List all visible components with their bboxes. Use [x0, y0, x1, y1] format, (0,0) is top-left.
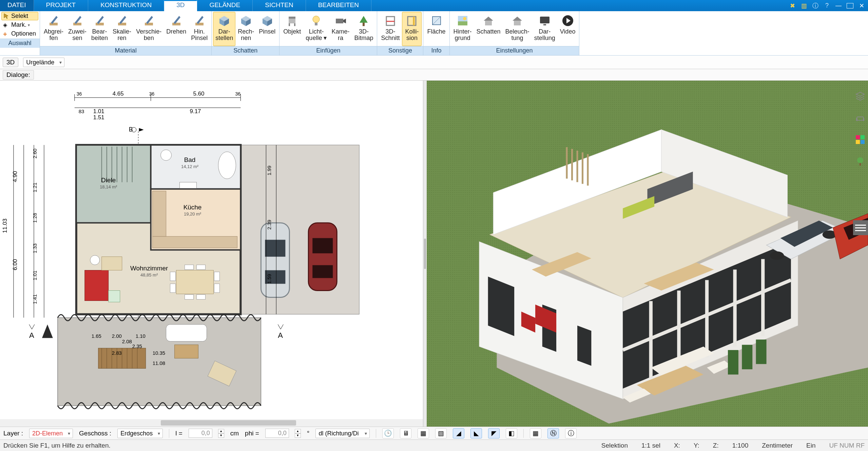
- tools-icon[interactable]: ✖: [788, 1, 797, 10]
- snap-c-icon[interactable]: ◤: [488, 428, 500, 438]
- mark-tool[interactable]: ◈ Mark. ▾: [1, 21, 38, 29]
- material-zuwei-button[interactable]: Zuwei- sen: [66, 12, 89, 46]
- car-red-icon: [308, 223, 337, 291]
- layer-dropdown[interactable]: 2D-Elemen: [29, 429, 73, 438]
- ribbon-group-label: Einstellungen: [450, 46, 579, 55]
- chair-icon: [285, 14, 299, 28]
- help-icon[interactable]: ?: [823, 1, 831, 10]
- horizontal-scrollbar[interactable]: [0, 419, 423, 427]
- material-drehen-button[interactable]: Drehen: [164, 12, 189, 46]
- length-up[interactable]: ▲: [218, 429, 224, 433]
- ribbon-btn-label: Kolli- sion: [405, 28, 419, 41]
- einstellungen-beleuch-button[interactable]: Beleuch- tung: [503, 12, 532, 46]
- tree-icon: [356, 14, 371, 28]
- ribbon-group-label: Sonstige: [377, 46, 423, 55]
- info-flche-button[interactable]: Fläche: [425, 12, 448, 46]
- cube-calc-icon: [239, 14, 253, 28]
- status-selection: Selektion: [601, 442, 628, 449]
- einstellungen-video-button[interactable]: Video: [558, 12, 578, 46]
- einstellungen-schatten-button[interactable]: Schatten: [474, 12, 503, 46]
- strip-expand-handle[interactable]: [853, 220, 868, 235]
- maximize-button[interactable]: [846, 1, 854, 10]
- material-skalie-button[interactable]: Skalie- ren: [110, 12, 134, 46]
- svg-rect-54: [175, 345, 198, 358]
- svg-rect-34: [197, 265, 206, 270]
- svg-rect-33: [185, 265, 194, 270]
- pane-splitter[interactable]: [423, 81, 427, 427]
- dimt-5: 10.35: [153, 350, 165, 356]
- phi-up[interactable]: ▲: [295, 429, 301, 433]
- 3d-view[interactable]: [427, 81, 868, 427]
- group-icon[interactable]: ▦: [418, 428, 429, 438]
- sonstige-kolli-button[interactable]: Kolli- sion: [402, 12, 422, 46]
- menu-projekt[interactable]: PROJEKT: [34, 0, 89, 11]
- layer-icon[interactable]: ▧: [435, 428, 447, 438]
- ribbon-btn-label: Pinsel: [259, 28, 275, 35]
- menu-gelaende[interactable]: GELÄNDE: [197, 0, 253, 11]
- snap-b-icon[interactable]: ◣: [470, 428, 482, 438]
- schatten-pinsel-button[interactable]: Pinsel: [256, 12, 278, 46]
- floorplan-view[interactable]: 4.65 5.60 9.17 1.01 1.51 83 36 36 36 B 1…: [0, 81, 423, 427]
- grid-icon[interactable]: ▦: [530, 428, 541, 438]
- layers-icon[interactable]: [854, 90, 866, 102]
- menu-konstruktion[interactable]: KONSTRUKTION: [88, 0, 164, 11]
- material-hin-button[interactable]: Hin. Pinsel: [189, 12, 210, 46]
- sonstige-d-button[interactable]: 3D- Schnitt: [379, 12, 402, 46]
- dimr-1: 2.39: [266, 220, 272, 230]
- length-input[interactable]: [189, 429, 212, 438]
- menu-file[interactable]: DATEI: [0, 0, 34, 11]
- dimr-0: 1.99: [266, 166, 272, 176]
- minimize-button[interactable]: —: [834, 1, 843, 10]
- ribbon-btn-label: Zuwei- sen: [68, 28, 86, 41]
- svg-rect-30: [170, 284, 176, 293]
- options-tool[interactable]: + Optionen: [1, 29, 38, 38]
- house-light-icon: [510, 14, 524, 28]
- furniture-icon[interactable]: [854, 112, 866, 124]
- dim-top-s1: 1.01: [93, 108, 104, 115]
- select-tool[interactable]: Selekt: [1, 12, 38, 20]
- info-toggle-icon[interactable]: ⓘ: [565, 428, 577, 438]
- svg-rect-105: [861, 135, 865, 139]
- monitor-icon[interactable]: 🖥: [400, 428, 411, 438]
- layout-icon[interactable]: ▥: [799, 1, 808, 10]
- snap-a-icon[interactable]: ◢: [453, 428, 464, 438]
- chevron-down-icon: ▾: [28, 23, 30, 27]
- menu-sichten[interactable]: SICHTEN: [253, 0, 306, 11]
- svg-rect-15: [180, 182, 197, 188]
- schatten-rech-button[interactable]: Rech- nen: [235, 12, 256, 46]
- palette-icon[interactable]: [854, 134, 866, 146]
- phi-down[interactable]: ▼: [295, 433, 301, 438]
- dimt-6: 11.08: [153, 360, 165, 366]
- ribbon-btn-label: Fläche: [427, 28, 445, 35]
- phi-input[interactable]: [265, 429, 289, 438]
- material-abgrei-button[interactable]: Abgrei- fen: [41, 12, 66, 46]
- material-verschie-button[interactable]: Verschie- ben: [134, 12, 164, 46]
- einfuegen-d-button[interactable]: 3D- Bitmap: [352, 12, 375, 46]
- einstellungen-dar-button[interactable]: Dar- stellung: [532, 12, 558, 46]
- ribbon-btn-label: Abgrei- fen: [44, 28, 63, 41]
- terrain-dropdown[interactable]: Urgelände: [23, 58, 64, 67]
- clock-icon[interactable]: 🕒: [382, 428, 394, 438]
- length-down[interactable]: ▼: [218, 433, 224, 438]
- cube-icon[interactable]: ◧: [506, 428, 517, 438]
- menu-bar: DATEI PROJEKT KONSTRUKTION 3D GELÄNDE SI…: [0, 0, 868, 11]
- svg-rect-35: [185, 294, 194, 299]
- storey-dropdown[interactable]: Erdgeschos: [117, 429, 163, 438]
- menu-bearbeiten[interactable]: BEARBEITEN: [306, 0, 371, 11]
- schatten-dar-button[interactable]: Dar- stellen: [213, 12, 235, 46]
- einfuegen-objekt-button[interactable]: Objekt: [281, 12, 303, 46]
- close-button[interactable]: ✕: [857, 1, 866, 10]
- status-y: Y:: [694, 442, 699, 449]
- diml-lower: 6.00: [12, 259, 18, 270]
- brush-assign-icon: [70, 14, 84, 28]
- einfuegen-kame-button[interactable]: Kame- ra: [329, 12, 352, 46]
- coord-mode-dropdown[interactable]: dl (Richtung/Di: [315, 429, 370, 438]
- dimt-2: 2.08: [122, 339, 132, 344]
- einfuegen-licht-button[interactable]: Licht- quelle ▾: [303, 12, 329, 46]
- info-icon[interactable]: ⓘ: [811, 1, 820, 10]
- menu-3d[interactable]: 3D: [164, 0, 197, 11]
- material-bear-button[interactable]: Bear- beiten: [89, 12, 110, 46]
- einstellungen-hinter-button[interactable]: Hinter- grund: [451, 12, 474, 46]
- compass-icon[interactable]: Ⓝ: [547, 428, 559, 438]
- plant-icon[interactable]: [854, 155, 866, 167]
